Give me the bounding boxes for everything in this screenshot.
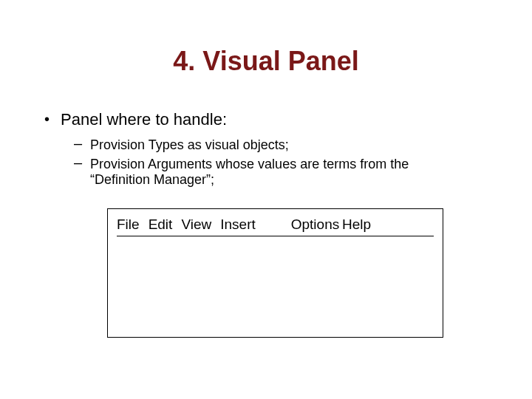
menu-group-left: File Edit View Insert	[117, 216, 256, 233]
slide: 4. Visual Panel Panel where to handle: P…	[0, 46, 532, 399]
bullet-text: Panel where to handle:	[61, 110, 227, 129]
slide-body: Panel where to handle: Provision Types a…	[44, 110, 488, 338]
menu-options[interactable]: Options	[291, 216, 339, 233]
slide-title: 4. Visual Panel	[0, 46, 532, 77]
sub-bullet-item: Provision Types as visual objects;	[74, 135, 488, 153]
visual-panel-mock: File Edit View Insert Options Help	[107, 208, 443, 338]
bullet-level-2: Provision Types as visual objects; Provi…	[74, 135, 488, 188]
menu-file[interactable]: File	[117, 216, 140, 233]
sub-bullet-text: Provision Types as visual objects;	[90, 137, 289, 152]
menu-help[interactable]: Help	[342, 216, 371, 233]
sub-bullet-text-line2: “Definition Manager”;	[90, 172, 488, 188]
menu-insert[interactable]: Insert	[220, 216, 256, 233]
menubar: File Edit View Insert Options Help	[117, 216, 434, 236]
menu-view[interactable]: View	[181, 216, 211, 233]
sub-bullet-text-line1: Provision Arguments whose values are ter…	[90, 157, 409, 171]
bullet-item: Panel where to handle: Provision Types a…	[44, 110, 488, 188]
bullet-level-1: Panel where to handle: Provision Types a…	[44, 110, 488, 188]
sub-bullet-item: Provision Arguments whose values are ter…	[74, 154, 488, 188]
menu-edit[interactable]: Edit	[149, 216, 173, 233]
